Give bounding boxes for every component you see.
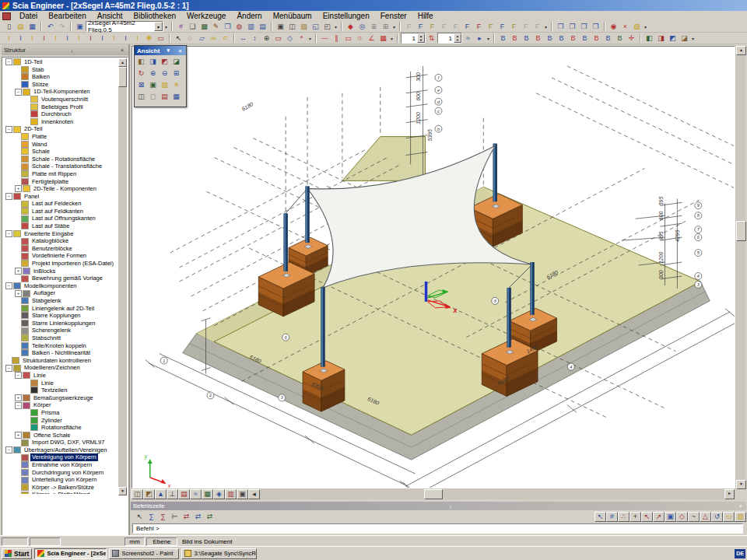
cmd-swap-1-icon[interactable]: ⇄ [181,512,192,522]
collapse-icon[interactable]: − [5,193,12,200]
layer-f9-icon[interactable]: F [496,22,508,32]
redo-icon[interactable]: ↷ [56,22,68,32]
tree-item[interactable]: Wand [3,141,118,149]
collapse-icon[interactable]: − [5,446,12,453]
pin-icon[interactable]: ↓ [68,47,76,53]
zoom-all-icon[interactable]: ⊠ [135,79,147,91]
camera-icon[interactable]: ▨ [298,22,310,32]
tree-item[interactable]: Durchdringung von Körpern [3,469,118,477]
snap-cross-icon[interactable]: + [630,512,641,522]
light-icon[interactable]: ☀ [170,79,182,91]
layout-icon[interactable]: ▥ [245,22,257,32]
label-display-icon[interactable]: ▥ [225,489,237,499]
project-combo[interactable]: 2xSegel A=45m2 Flieg.0.5▾ [86,21,163,32]
tree-item[interactable]: +InBlocks [3,268,118,275]
collapse-icon[interactable]: − [5,230,12,237]
save-icon[interactable]: ▦ [26,22,38,32]
tree-item[interactable]: Starre Kopplungen [3,312,118,320]
layer-next-icon[interactable]: ▸ [474,33,486,44]
menu-item-werkzeuge[interactable]: Werkzeuge [181,11,231,21]
tree-item[interactable]: Balken [3,73,118,81]
menu-item-einstellungen[interactable]: Einstellungen [317,11,375,21]
activity-spinner[interactable]: 1▲▼ [401,33,426,44]
layer-f11-icon[interactable]: F [520,22,531,32]
toolbar-dropdown-icon[interactable]: ▾ [690,36,696,41]
layer-f3-icon[interactable]: F [426,22,438,32]
tree-item[interactable]: Körper -> Platte/Wand [3,491,118,494]
move-icon[interactable]: ↔ [237,33,249,44]
layer-go-icon[interactable]: ≈ [462,33,474,44]
tree-item[interactable]: Schale - Rotationsfläche [3,156,118,163]
view-top-icon[interactable]: ◪ [170,56,182,68]
command-input[interactable]: Befehl > [132,523,743,534]
start-button[interactable]: Start [2,548,32,559]
tree-item[interactable]: Teile/Knoten koppeln [3,342,118,350]
tree-item[interactable]: Stabgelenk [3,297,118,305]
beam-b12-icon[interactable]: ✛ [626,33,637,44]
beam-b6-icon[interactable]: B [556,33,567,44]
collapse-icon[interactable]: − [5,365,12,372]
snap-rotate-icon[interactable]: ↺ [711,512,723,522]
views-1-icon[interactable]: ❐ [555,22,566,32]
zoom-in-icon[interactable]: ⊕ [147,68,159,79]
zoom-doc-icon[interactable]: ◎ [356,22,368,32]
tree-item[interactable]: Last auf Stäbe [3,222,118,230]
edit-icon[interactable]: ✎ [210,22,222,32]
chevron-down-icon[interactable]: ▾ [165,47,172,54]
tree-item[interactable]: −Modellieren/Zeichnen [3,364,118,372]
view-mode-2-icon[interactable]: ◩ [143,489,155,499]
collapse-icon[interactable]: − [5,126,12,133]
draw-circle-icon[interactable]: ○ [354,33,366,44]
section-14-icon[interactable]: ▭ [155,33,167,44]
menu-item-bearbeiten[interactable]: Bearbeiten [43,11,91,21]
spinner-arrows-icon[interactable]: ▲▼ [454,33,461,43]
snap-diamond-icon[interactable]: ◇ [676,512,688,522]
tree-item[interactable]: Starre Linienkopplungen [3,320,118,327]
clip-2-icon[interactable]: ◻ [147,91,159,103]
snap-node-icon[interactable]: ▣ [665,512,676,522]
snap-box-icon[interactable]: ▭ [723,512,735,522]
tree-item[interactable]: Bewehrung gemäß Vorlage [3,275,118,282]
stretch-icon[interactable]: ↕ [249,33,261,44]
beam-b8-icon[interactable]: B [579,33,591,44]
tree-vscrollbar[interactable]: ▲ ▼ [118,58,127,495]
toolbar-dropdown-icon[interactable]: ▾ [333,24,338,30]
tree-item[interactable]: Liniengelenk auf 2D-Teil [3,305,118,313]
draw-grid-icon[interactable]: ▦ [377,33,389,44]
tree-item[interactable]: Last auf Öffnungskanten [3,215,118,222]
view-mode-1-icon[interactable]: ◫ [132,489,143,499]
tree-item[interactable]: Voutenquerschnitt [3,96,118,103]
view-axo-icon[interactable]: ◧ [135,56,147,68]
preview-icon[interactable]: ◫ [286,22,298,32]
section-4-icon[interactable]: I [38,33,50,44]
ansicht-palette-title[interactable]: Ansicht ▾ × [135,46,186,55]
marker-icon[interactable]: ◆ [345,22,356,32]
section-8-icon[interactable]: I [85,33,96,44]
view-front-icon[interactable]: ◨ [147,56,159,68]
save-view-icon[interactable]: ◧ [644,33,655,44]
collapse-strip-icon[interactable]: ◂ [248,489,260,499]
view-vscroll-thumb[interactable] [736,221,746,241]
snap-points-icon[interactable]: ∴ [618,512,630,522]
expand-icon[interactable]: + [15,432,22,439]
copy-doc-icon[interactable]: ❏ [187,22,198,32]
perspective-icon[interactable]: ▤ [159,91,170,103]
cmd-select-icon[interactable]: ↖ [134,512,146,522]
collapse-icon[interactable]: − [15,372,22,379]
view-vscrollbar[interactable]: ▲ ▼ [735,46,745,488]
section-2-icon[interactable]: I [15,33,26,44]
draw-angle-icon[interactable]: ∠ [366,33,377,44]
collapse-icon[interactable]: − [5,282,12,289]
tree-item[interactable]: −1D-Teil-Komponenten [3,88,118,96]
snap-triangle-icon[interactable]: △ [700,512,711,522]
tree-item[interactable]: −Körper [3,401,118,409]
close-icon[interactable]: × [177,48,184,54]
chain-icon[interactable]: ∞ [208,33,219,44]
surface-display-icon[interactable]: ≈ [190,489,202,499]
tree-item[interactable]: Katalogblöcke [3,237,118,245]
tree-item[interactable]: −2D-Teil [3,125,118,133]
diamond-icon[interactable]: ◇ [284,33,296,44]
beam-b3-icon[interactable]: B [521,33,532,44]
layer-f7-icon[interactable]: F [473,22,485,32]
section-10-icon[interactable]: I [108,33,120,44]
